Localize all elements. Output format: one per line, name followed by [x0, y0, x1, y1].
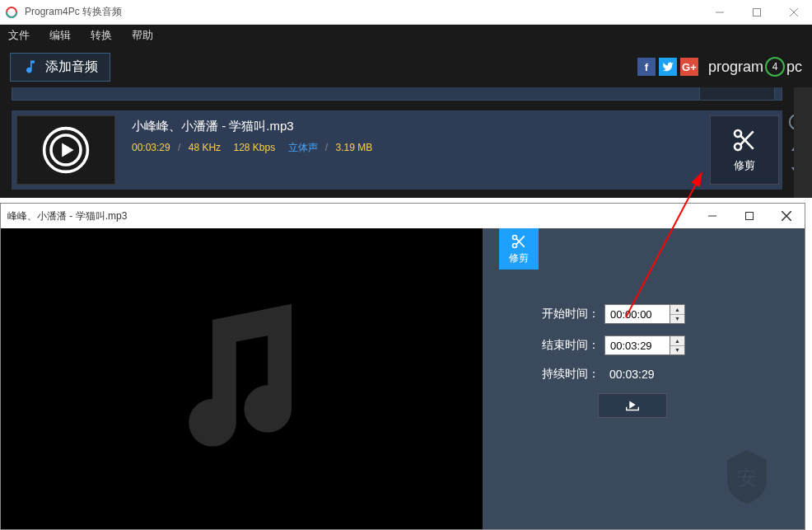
file-row[interactable]: 小峰峰、小潘潘 - 学猫叫.mp3 00:03:29 / 48 KHz 128 …	[12, 110, 782, 190]
file-thumbnail[interactable]	[16, 115, 115, 185]
file-meta: 00:03:29 / 48 KHz 128 Kbps 立体声 / 3.19 MB	[132, 141, 695, 155]
svg-point-22	[513, 235, 517, 239]
add-audio-button[interactable]: 添加音频	[10, 53, 110, 82]
menubar: 文件 编辑 转换 帮助	[0, 25, 812, 46]
filelist-scrollbar[interactable]	[794, 87, 812, 198]
add-audio-label: 添加音频	[45, 59, 98, 76]
googleplus-icon[interactable]: G+	[680, 58, 698, 76]
trim-side-panel: 修剪 开始时间： ▲▼ 结束时间： ▲▼	[483, 228, 805, 529]
play-export-icon	[623, 399, 642, 412]
file-size: 3.19 MB	[336, 142, 373, 153]
facebook-icon[interactable]: f	[637, 58, 656, 76]
svg-marker-26	[629, 401, 635, 409]
music-note-icon	[22, 59, 39, 75]
minimize-button[interactable]	[701, 0, 738, 25]
end-time-label: 结束时间：	[532, 338, 600, 353]
file-stereo: 立体声	[288, 142, 318, 153]
trim-minimize-button[interactable]	[693, 204, 730, 228]
svg-rect-19	[745, 213, 753, 220]
watermark-icon: 安	[714, 443, 780, 513]
file-info: 小峰峰、小潘潘 - 学猫叫.mp3 00:03:29 / 48 KHz 128 …	[120, 110, 707, 190]
trim-tab-label: 修剪	[509, 251, 529, 265]
spinner-down-icon[interactable]: ▼	[670, 346, 684, 355]
audio-preview-pane	[1, 228, 483, 529]
app-logo-icon	[5, 6, 18, 19]
trim-window: 峰峰、小潘潘 - 学猫叫.mp3 修剪 开始时间： ▲▼	[0, 203, 805, 530]
file-khz: 48 KHz	[189, 142, 221, 153]
file-list-area: 小峰峰、小潘潘 - 学猫叫.mp3 00:03:29 / 48 KHz 128 …	[0, 87, 812, 198]
menu-file[interactable]: 文件	[8, 28, 30, 43]
menu-edit[interactable]: 编辑	[49, 28, 71, 43]
spinner-down-icon[interactable]: ▼	[670, 315, 684, 324]
menu-convert[interactable]: 转换	[91, 28, 112, 43]
music-note-icon	[143, 280, 341, 478]
duration-label: 持续时间：	[532, 367, 600, 382]
trim-button-label: 修剪	[734, 158, 755, 173]
trim-window-titlebar[interactable]: 峰峰、小潘潘 - 学猫叫.mp3	[1, 204, 805, 228]
toolbar: 添加音频 f G+ program 4 pc	[0, 46, 812, 87]
window-title: Program4Pc 转换音频	[25, 5, 701, 19]
spinner-up-icon[interactable]: ▲	[670, 305, 684, 315]
trim-button[interactable]: 修剪	[710, 115, 779, 185]
svg-point-23	[513, 243, 517, 247]
file-kbps: 128 Kbps	[233, 142, 275, 153]
social-icons: f G+	[637, 58, 698, 76]
svg-point-10	[735, 143, 741, 150]
svg-rect-3	[753, 8, 760, 16]
brand-logo: program 4 pc	[708, 57, 802, 77]
brand-four-icon: 4	[765, 57, 785, 77]
trim-maximize-button[interactable]	[730, 204, 768, 228]
start-time-input[interactable]	[604, 304, 670, 324]
scissors-icon	[731, 127, 758, 153]
brand-text-post: pc	[786, 59, 802, 76]
spinner-up-icon[interactable]: ▲	[670, 336, 684, 346]
menu-help[interactable]: 帮助	[132, 28, 153, 43]
previous-file-row-partial[interactable]	[12, 87, 782, 101]
brand-text-pre: program	[708, 59, 763, 76]
trim-tab[interactable]: 修剪	[499, 228, 539, 270]
trim-window-title: 峰峰、小潘潘 - 学猫叫.mp3	[7, 209, 693, 223]
close-button[interactable]	[775, 0, 812, 25]
start-time-label: 开始时间：	[532, 307, 600, 321]
end-time-spinner[interactable]: ▲▼	[670, 335, 685, 355]
play-circle-icon	[41, 125, 91, 175]
svg-marker-8	[62, 143, 73, 157]
file-duration: 00:03:29	[132, 142, 170, 153]
trim-close-button[interactable]	[768, 204, 805, 228]
file-name: 小峰峰、小潘潘 - 学猫叫.mp3	[132, 119, 695, 134]
start-time-spinner[interactable]: ▲▼	[670, 304, 685, 324]
twitter-icon[interactable]	[659, 58, 677, 76]
scissors-icon	[511, 233, 527, 250]
svg-point-9	[735, 130, 741, 137]
duration-value: 00:03:29	[609, 368, 655, 381]
svg-text:安: 安	[737, 467, 757, 489]
main-titlebar: Program4Pc 转换音频	[0, 0, 812, 25]
play-button[interactable]	[598, 393, 667, 418]
maximize-button[interactable]	[738, 0, 775, 25]
end-time-input[interactable]	[604, 335, 670, 355]
